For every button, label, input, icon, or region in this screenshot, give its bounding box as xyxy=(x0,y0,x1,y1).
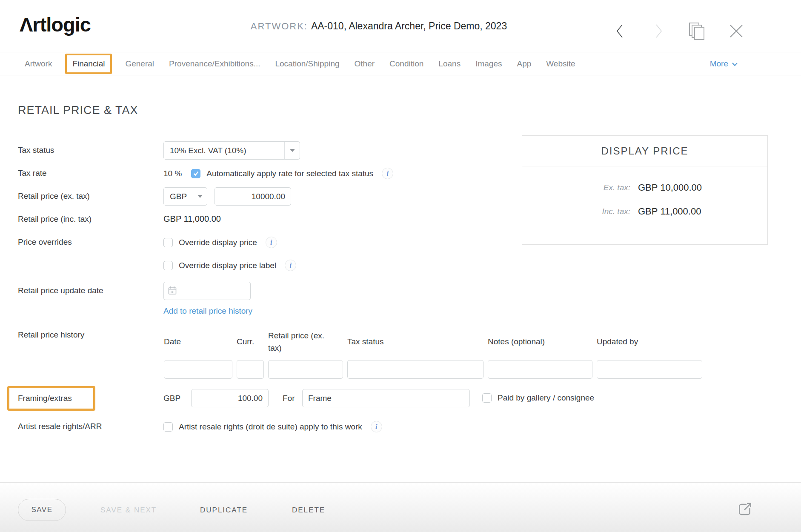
dropdown-arrow-icon xyxy=(193,188,207,205)
info-icon[interactable]: i xyxy=(371,421,382,432)
display-price-inc-value: GBP 11,000.00 xyxy=(638,206,701,217)
calendar-icon xyxy=(168,286,177,297)
tab-app[interactable]: App xyxy=(517,59,531,69)
header-title: ARTWORK:AA-010, Alexandra Archer, Price … xyxy=(179,20,579,32)
arr-label: Artist resale rights/ARR xyxy=(18,422,102,431)
artlogic-logo: Λrtlogic xyxy=(20,13,91,36)
retail-price-inc-value: GBP 11,000.00 xyxy=(163,214,221,224)
close-icon xyxy=(729,24,744,38)
currency-select[interactable]: GBP xyxy=(163,187,207,206)
artwork-title: AA-010, Alexandra Archer, Price Demo, 20… xyxy=(311,20,507,31)
content-divider xyxy=(18,465,783,465)
history-col-date: Date xyxy=(164,335,237,348)
open-in-new-window-button[interactable] xyxy=(736,501,753,518)
save-and-next-button[interactable]: SAVE & NEXT xyxy=(100,506,157,515)
tab-artwork[interactable]: Artwork xyxy=(25,59,52,69)
chevron-down-icon xyxy=(732,59,738,69)
tab-bar: Artwork Financial General Provenance/Exh… xyxy=(0,52,801,75)
history-label: Retail price history xyxy=(18,330,84,340)
paid-by-gallery-label: Paid by gallery / consignee xyxy=(498,393,594,403)
arr-checkbox-label: Artist resale rights (droit de suite) ap… xyxy=(179,422,362,432)
add-to-history-link[interactable]: Add to retail price history xyxy=(163,306,252,316)
history-notes-input[interactable] xyxy=(488,360,592,379)
tax-rate-value: 10 % xyxy=(163,169,182,178)
tax-status-value: 10% Excl. VAT (10%) xyxy=(164,146,284,155)
history-retail-price-input[interactable] xyxy=(268,360,343,379)
history-tax-status-input[interactable] xyxy=(347,360,483,379)
display-price-ex-value: GBP 10,000.00 xyxy=(638,182,702,193)
tab-location-shipping[interactable]: Location/Shipping xyxy=(275,59,339,69)
auto-apply-rate-label: Automatically apply rate for selected ta… xyxy=(206,169,373,178)
history-col-currency: Curr. xyxy=(237,335,268,348)
arr-checkbox[interactable] xyxy=(163,422,173,432)
tab-more[interactable]: More xyxy=(710,59,738,69)
duplicate-record-button[interactable] xyxy=(689,22,706,40)
history-col-tax-status: Tax status xyxy=(347,335,488,348)
auto-apply-rate-checkbox[interactable] xyxy=(191,169,200,178)
override-display-price-checkbox[interactable] xyxy=(163,238,173,247)
override-display-price-label: Override display price xyxy=(179,238,257,247)
currency-value: GBP xyxy=(164,192,193,201)
tab-website[interactable]: Website xyxy=(546,59,575,69)
tab-financial[interactable]: Financial xyxy=(65,54,112,74)
retail-price-ex-input[interactable] xyxy=(215,187,291,206)
history-col-notes: Notes (optional) xyxy=(488,335,597,348)
framing-currency-label: GBP xyxy=(163,394,180,403)
update-date-field[interactable] xyxy=(163,282,251,300)
override-display-price-label-label: Override display price label xyxy=(179,261,276,270)
info-icon[interactable]: i xyxy=(266,237,277,248)
display-price-ex-label: Ex. tax: xyxy=(522,183,630,192)
history-updated-by-input[interactable] xyxy=(597,360,702,379)
tab-condition[interactable]: Condition xyxy=(389,59,423,69)
chevron-left-icon xyxy=(614,23,625,39)
external-link-icon xyxy=(735,500,754,519)
duplicate-button[interactable]: DUPLICATE xyxy=(200,506,248,515)
display-price-ex-row: Ex. tax: GBP 10,000.00 xyxy=(522,182,767,194)
tax-status-select[interactable]: 10% Excl. VAT (10%) xyxy=(163,141,300,160)
history-col-retail-price: Retail price (ex. tax) xyxy=(268,329,347,355)
override-display-price-label-checkbox[interactable] xyxy=(163,261,173,270)
framing-label: Framing/extras xyxy=(18,394,72,403)
paid-by-gallery-row: Paid by gallery / consignee xyxy=(482,393,594,403)
info-icon[interactable]: i xyxy=(382,168,393,179)
more-label: More xyxy=(710,59,728,69)
framing-for-label: For xyxy=(283,394,295,403)
previous-record-button[interactable] xyxy=(611,22,628,40)
display-price-title: DISPLAY PRICE xyxy=(522,136,767,166)
artwork-label: ARTWORK: xyxy=(251,21,308,31)
framing-for-input[interactable] xyxy=(302,389,470,407)
dropdown-arrow-icon xyxy=(284,142,300,159)
tax-rate-label: Tax rate xyxy=(18,169,47,178)
history-col-updated-by: Updated by xyxy=(597,335,638,348)
page-title: RETAIL PRICE & TAX xyxy=(18,104,138,117)
checkmark-icon xyxy=(192,171,200,176)
history-currency-input[interactable] xyxy=(237,360,264,379)
arr-row: Artist resale rights (droit de suite) ap… xyxy=(163,421,382,432)
history-header-row: Date Curr. Retail price (ex. tax) Tax st… xyxy=(164,329,638,355)
info-icon[interactable]: i xyxy=(285,260,296,271)
display-price-panel: DISPLAY PRICE Ex. tax: GBP 10,000.00 Inc… xyxy=(522,135,768,245)
tab-loans[interactable]: Loans xyxy=(438,59,461,69)
tab-images[interactable]: Images xyxy=(475,59,502,69)
chevron-right-icon xyxy=(653,23,664,39)
override-display-price-label-row: Override display price label i xyxy=(163,260,296,271)
paid-by-gallery-checkbox[interactable] xyxy=(482,393,492,403)
tab-other[interactable]: Other xyxy=(355,59,375,69)
display-price-inc-row: Inc. tax: GBP 11,000.00 xyxy=(522,206,767,217)
next-record-button[interactable] xyxy=(650,22,667,40)
tab-general[interactable]: General xyxy=(125,59,154,69)
tax-rate-row: 10 % Automatically apply rate for select… xyxy=(163,168,393,179)
copy-pages-icon xyxy=(688,22,706,40)
display-price-inc-label: Inc. tax: xyxy=(522,207,630,216)
update-date-label: Retail price update date xyxy=(18,286,103,295)
tax-status-label: Tax status xyxy=(18,146,54,155)
price-overrides-label: Price overrides xyxy=(18,237,72,247)
delete-button[interactable]: DELETE xyxy=(292,506,325,515)
save-button[interactable]: SAVE xyxy=(18,499,66,521)
framing-amount-input[interactable] xyxy=(191,389,269,407)
tab-provenance-exhibitions[interactable]: Provenance/Exhibitions... xyxy=(169,59,260,69)
history-date-input[interactable] xyxy=(164,360,232,379)
override-display-price-row: Override display price i xyxy=(163,237,277,248)
close-button[interactable] xyxy=(728,22,745,40)
retail-price-ex-label: Retail price (ex. tax) xyxy=(18,192,90,201)
